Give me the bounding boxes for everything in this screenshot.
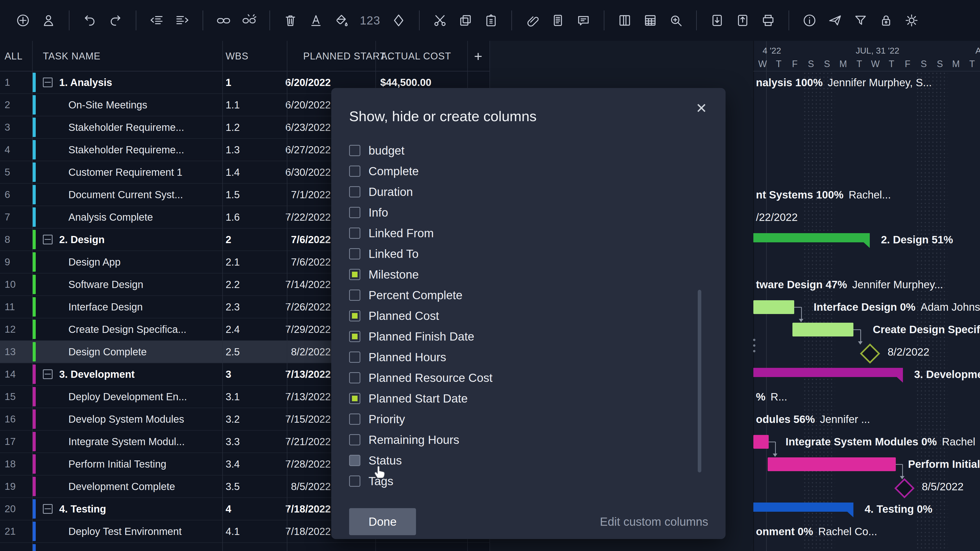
task-name-cell[interactable]: Design Complete — [68, 341, 147, 363]
checkbox[interactable] — [349, 186, 360, 197]
column-option-planned-hours[interactable]: Planned Hours — [349, 347, 446, 367]
edit-custom-columns-link[interactable]: Edit custom columns — [600, 508, 708, 535]
planned-start-cell[interactable]: 6/20/2022 — [287, 94, 331, 116]
column-option-planned-resource-cost[interactable]: Planned Resource Cost — [349, 367, 493, 388]
undo-icon[interactable] — [83, 13, 97, 27]
wbs-cell[interactable]: 1.5 — [226, 184, 240, 206]
wbs-cell[interactable]: 1.3 — [226, 139, 240, 161]
checkbox-checked[interactable] — [349, 269, 360, 280]
col-divider[interactable] — [287, 41, 287, 551]
cut-icon[interactable] — [433, 13, 447, 27]
attachment-icon[interactable] — [525, 13, 539, 27]
checkbox[interactable] — [349, 351, 360, 363]
wbs-cell[interactable]: 4 — [226, 498, 231, 520]
gantt-summary-bar[interactable] — [753, 503, 853, 512]
comment-icon[interactable] — [576, 13, 590, 27]
wbs-cell[interactable]: 1 — [226, 71, 231, 94]
task-name-cell[interactable]: Customer Requirement 1 — [68, 161, 183, 183]
notes-icon[interactable] — [551, 13, 565, 27]
done-button[interactable]: Done — [349, 508, 416, 535]
grid-view-icon[interactable] — [643, 13, 657, 27]
task-name-cell[interactable]: 3. Development — [43, 363, 135, 385]
checkbox[interactable] — [349, 372, 360, 383]
planned-start-cell[interactable]: 7/26/2022 — [287, 296, 331, 318]
import-icon[interactable] — [710, 13, 724, 27]
column-option-linked-to[interactable]: Linked To — [349, 243, 418, 264]
task-name-cell[interactable]: 2. Design — [43, 229, 105, 251]
add-column-button[interactable]: + — [472, 41, 485, 71]
gantt-task-bar[interactable] — [753, 435, 769, 449]
checkbox[interactable] — [349, 248, 360, 259]
wbs-cell[interactable]: 1.2 — [226, 116, 240, 138]
wbs-cell[interactable]: 2.1 — [226, 251, 240, 273]
task-name-cell[interactable]: Develop System Modules — [68, 408, 184, 430]
wbs-cell[interactable]: 3 — [226, 363, 231, 385]
planned-start-cell[interactable]: 6/27/2022 — [287, 139, 331, 161]
checkbox[interactable] — [349, 455, 360, 466]
checkbox-checked[interactable] — [349, 393, 360, 404]
lock-icon[interactable] — [879, 13, 893, 27]
checkbox[interactable] — [349, 434, 360, 445]
zoom-in-icon[interactable] — [669, 13, 683, 27]
gantt-task-bar[interactable] — [768, 457, 896, 471]
unlink-tasks-icon[interactable] — [242, 13, 256, 27]
planned-start-cell[interactable]: 7/18/2022 — [287, 498, 331, 520]
text-style-icon[interactable] — [309, 13, 323, 27]
info-icon[interactable] — [802, 13, 817, 27]
task-name-cell[interactable]: Perform Initial Testing — [68, 453, 166, 475]
checkbox[interactable] — [349, 207, 360, 218]
send-icon[interactable] — [828, 13, 842, 27]
planned-start-cell[interactable]: 6/30/2022 — [287, 161, 331, 183]
task-name-cell[interactable]: Create Design Specifica... — [68, 318, 186, 340]
planned-start-cell[interactable]: 7/6/2022 — [287, 251, 331, 273]
column-option-priority[interactable]: Priority — [349, 409, 405, 429]
task-name-cell[interactable]: On-Site Meetings — [68, 94, 147, 116]
column-option-duration[interactable]: Duration — [349, 181, 413, 202]
planned-start-cell[interactable]: 7/22/2022 — [287, 206, 331, 228]
header-task-name[interactable]: TASK NAME — [43, 41, 100, 71]
gantt-task-bar[interactable] — [753, 300, 794, 314]
wbs-cell[interactable]: 2.4 — [226, 318, 240, 340]
header-wbs[interactable]: WBS — [226, 41, 248, 71]
outdent-icon[interactable] — [150, 13, 164, 27]
task-name-cell[interactable]: Design App — [68, 251, 121, 273]
column-option-percent-complete[interactable]: Percent Complete — [349, 285, 463, 305]
column-option-info[interactable]: Info — [349, 202, 388, 223]
column-option-planned-start-date[interactable]: Planned Start Date — [349, 388, 468, 409]
planned-start-cell[interactable]: 7/29/2022 — [287, 318, 331, 340]
planned-start-cell[interactable]: 8/5/2022 — [287, 475, 331, 497]
task-name-cell[interactable]: Interface Design — [68, 296, 143, 318]
copy-icon[interactable] — [458, 13, 473, 27]
header-all[interactable]: ALL — [5, 41, 23, 71]
header-planned-start[interactable]: PLANNED START... — [303, 41, 394, 71]
planned-start-cell[interactable]: 7/14/2022 — [287, 273, 331, 295]
delete-icon[interactable] — [283, 13, 298, 27]
wbs-cell[interactable]: 3.3 — [226, 430, 240, 453]
checkbox[interactable] — [349, 145, 360, 156]
checkbox[interactable] — [349, 413, 360, 425]
task-name-cell[interactable]: Document Current Syst... — [68, 184, 183, 206]
gantt-summary-bar[interactable] — [753, 368, 903, 377]
column-option-milestone[interactable]: Milestone — [349, 264, 419, 285]
gantt-task-bar[interactable] — [792, 323, 853, 337]
collapse-icon[interactable] — [43, 78, 52, 87]
wbs-cell[interactable]: 2.2 — [226, 273, 240, 295]
col-divider[interactable] — [222, 41, 223, 551]
column-option-linked-from[interactable]: Linked From — [349, 223, 434, 243]
planned-start-cell[interactable]: 7/28/2022 — [287, 453, 331, 475]
wbs-cell[interactable]: 4.1 — [226, 520, 240, 542]
task-name-cell[interactable]: Analysis Complete — [68, 206, 153, 228]
indent-icon[interactable] — [175, 13, 189, 27]
planned-start-cell[interactable]: 7/21/2022 — [287, 430, 331, 453]
column-option-budget[interactable]: budget — [349, 140, 404, 161]
print-icon[interactable] — [761, 13, 775, 27]
task-name-cell[interactable]: Development Complete — [68, 475, 175, 497]
table-row[interactable] — [0, 543, 490, 551]
column-option-complete[interactable]: Complete — [349, 161, 419, 181]
wbs-cell[interactable]: 3.5 — [226, 475, 240, 497]
redo-icon[interactable] — [108, 13, 123, 27]
task-name-cell[interactable]: Integrate System Modul... — [68, 430, 185, 453]
planned-start-cell[interactable]: 6/23/2022 — [287, 116, 331, 138]
planned-start-cell[interactable]: 7/13/2022 — [287, 363, 331, 385]
collapse-icon[interactable] — [43, 235, 52, 245]
